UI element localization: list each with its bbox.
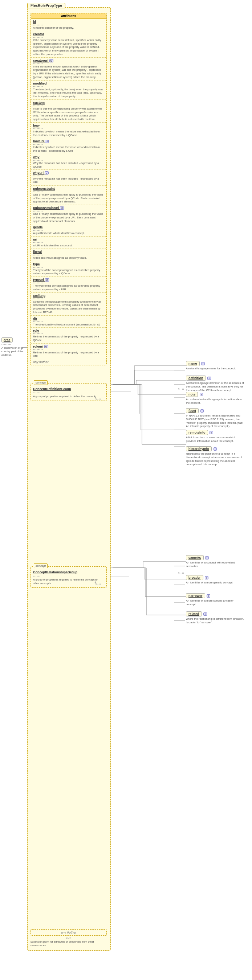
attr-id-desc: A natural identifier of the property. — [33, 26, 104, 30]
crg-label: ConceptRelationshipsGroup — [33, 570, 104, 574]
attr-creator: creator ▪▪▪▪▪▪▪▪ If the property value i… — [31, 31, 106, 58]
attr-pubconstrainturi: pubconstrainturi U ▪▪▪▪▪▪▪▪ One or many … — [31, 205, 106, 224]
attr-modified: modified ▪▪▪▪▪▪▪▪ The date (and, optiona… — [31, 81, 106, 100]
attr-id-name: id — [33, 20, 104, 24]
prop-name: name i A natural language name for the c… — [186, 361, 244, 371]
attr-why: why ▪▪▪▪▪▪▪▪ Why the metadata has been i… — [31, 154, 106, 170]
attr-creator-name: creator — [33, 32, 104, 36]
cdg-desc: A group of properties required to define… — [33, 395, 104, 398]
main-container: attributes id ▪▪▪▪▪▪▪▪ A natural identif… — [27, 7, 111, 951]
area-desc: A subdivision of a country part of the a… — [2, 346, 26, 357]
attr-literal: literal ▪▪▪▪▪▪▪▪ A free-text value assig… — [31, 249, 106, 261]
bottom-any-other: any #other 0...∞ Extension point for att… — [30, 929, 107, 947]
attr-custom: custom ▪▪▪▪▪▪▪▪ If set to true the corre… — [31, 100, 106, 123]
attr-howuri: howuri U ▪▪▪▪▪▪▪▪ Indicates by which mea… — [31, 138, 106, 154]
attr-xmllang: xmllang ▪▪▪▪▪▪▪▪ Specifies the language … — [31, 293, 106, 316]
main-title: FlexRolePropType — [27, 3, 65, 8]
crg-desc: A group of properties required to relate… — [33, 578, 104, 585]
attr-creatoruri: creatoruri U ▪▪▪▪▪▪▪▪ If the attribute i… — [31, 58, 106, 81]
diagram-container: FlexRolePropType attributes id ▪▪▪▪▪▪▪▪ … — [0, 0, 252, 980]
attributes-label: attributes — [31, 13, 106, 19]
attr-uri: uri ▪▪▪▪▪▪▪▪ a URI which identifies a co… — [31, 237, 106, 249]
area-box: area ▪▪▪▪▪▪▪▪ A subdivision of a country… — [2, 337, 26, 357]
area-name: area — [2, 337, 13, 342]
prop-broader: broader i An identifier of a more generi… — [186, 575, 244, 584]
prop-remoteinfo: remoteInfo i A link to an item or a web … — [186, 430, 244, 443]
prop-related: related i where the relationship is diff… — [186, 611, 244, 624]
attr-id: id ▪▪▪▪▪▪▪▪ A natural identifier of the … — [31, 19, 106, 31]
concept-relationships-group-box: concept ConceptRelationshipsGroup ▪▪▪▪▪▪… — [30, 566, 107, 588]
prop-hierarchyinfo: hierarchyInfo i Represents the position … — [186, 446, 244, 466]
prop-narrower: narrower i An identifier of a more speci… — [186, 593, 244, 606]
prop-note: note i An optional natural language info… — [186, 392, 244, 405]
attr-any-other: any #other — [31, 359, 106, 365]
prop-facet: facet i In NAR 1.8 and later, facet is d… — [186, 408, 244, 428]
attr-roleuri: roleuri U ▪▪▪▪▪▪▪▪ Refines the semantics… — [31, 344, 106, 360]
prop-definition: definition i A natural language definiti… — [186, 375, 244, 392]
attr-dir: dir ▪▪▪▪▪▪▪▪ The directionality of textu… — [31, 316, 106, 328]
attr-qcode: qcode ▪▪▪▪▪▪▪▪ A qualified code which id… — [31, 224, 106, 237]
attr-type: type ▪▪▪▪▪▪▪▪ The type of the concept as… — [31, 261, 106, 277]
cdg-label: ConceptDefinitionGroup — [33, 387, 104, 391]
attributes-box: attributes id ▪▪▪▪▪▪▪▪ A natural identif… — [30, 13, 107, 365]
attr-typeuri: typeuri U ▪▪▪▪▪▪▪▪ The type of the conce… — [31, 277, 106, 293]
attr-pubconstraint: pubconstraint ▪▪▪▪▪▪▪▪ One or many const… — [31, 186, 106, 205]
attr-role: role ▪▪▪▪▪▪▪▪ Refines the semantics of t… — [31, 328, 106, 344]
prop-sameas: sameAs i An identifier of a concept with… — [186, 555, 244, 568]
prop-name-label: name — [186, 361, 200, 366]
attr-how: how ▪▪▪▪▪▪▪▪ Indicates by which means th… — [31, 123, 106, 138]
attr-id-dots: ▪▪▪▪▪▪▪▪ — [33, 24, 104, 26]
attr-whyuri: whyuri U ▪▪▪▪▪▪▪▪ Why the metadata has b… — [31, 170, 106, 186]
